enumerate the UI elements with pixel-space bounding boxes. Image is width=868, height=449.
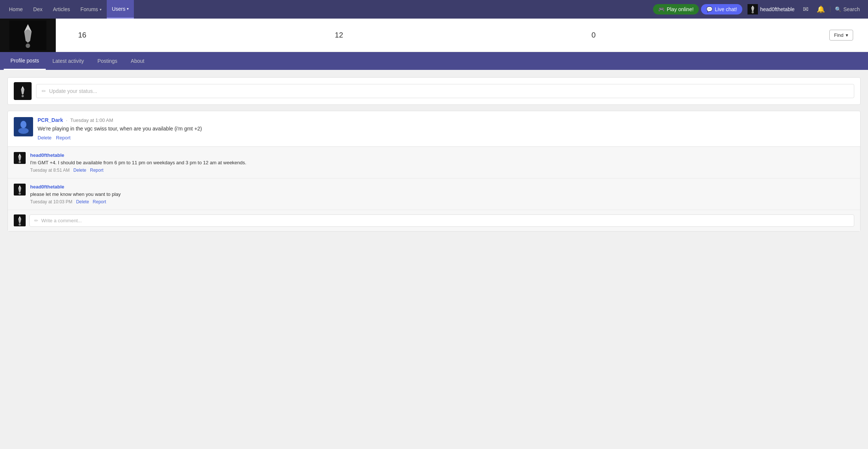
tab-latest-activity[interactable]: Latest activity bbox=[46, 52, 91, 70]
tab-postings[interactable]: Postings bbox=[91, 52, 124, 70]
nav-users[interactable]: Users ▾ bbox=[107, 0, 134, 19]
profile-header-image: 16 12 0 Find ▾ bbox=[0, 19, 868, 52]
nav-articles[interactable]: Articles bbox=[48, 0, 75, 19]
comment-input[interactable]: ✏ Write a comment... bbox=[29, 214, 854, 227]
post-card: PCR_Dark · Tuesday at 1:00 AM We're play… bbox=[7, 111, 861, 232]
reply-2-delete[interactable]: Delete bbox=[76, 199, 89, 204]
reply-item-2: head0fthetable please let me know when y… bbox=[8, 178, 860, 210]
reply-item-1: head0fthetable I'm GMT +4. I should be a… bbox=[8, 147, 860, 178]
stat-2: 12 bbox=[320, 31, 358, 39]
profile-banner-image bbox=[0, 19, 56, 52]
pencil-icon: ✏ bbox=[42, 88, 46, 94]
reply-1-text: I'm GMT +4. I should be available from 6… bbox=[30, 159, 854, 166]
stat-1: 16 bbox=[63, 31, 101, 39]
discord-icon: 💬 bbox=[706, 6, 713, 12]
tab-profile-posts[interactable]: Profile posts bbox=[4, 52, 46, 70]
find-dropdown-arrow: ▾ bbox=[846, 32, 848, 38]
reply-2-avatar bbox=[14, 184, 26, 196]
users-dropdown-arrow: ▾ bbox=[127, 7, 129, 11]
search-button[interactable]: 🔍 Search bbox=[830, 6, 864, 12]
svg-point-15 bbox=[19, 223, 21, 226]
reply-1-delete[interactable]: Delete bbox=[73, 168, 86, 173]
post-delete-link[interactable]: Delete bbox=[38, 135, 52, 140]
svg-point-13 bbox=[19, 193, 21, 195]
reply-2-meta: Tuesday at 10:03 PM Delete Report bbox=[30, 199, 854, 204]
nav-forums[interactable]: Forums ▾ bbox=[75, 0, 106, 19]
post-text: We're playing in the vgc swiss tour, whe… bbox=[38, 125, 854, 133]
reply-2-timestamp: Tuesday at 10:03 PM bbox=[30, 199, 73, 204]
messages-icon[interactable]: ✉ bbox=[800, 5, 811, 13]
post-actions: Delete Report bbox=[38, 135, 854, 140]
notifications-icon[interactable]: 🔔 bbox=[814, 5, 828, 13]
nav-right: 🎮 Play online! 💬 Live chat! head0fthetab… bbox=[653, 4, 864, 14]
reply-1-avatar bbox=[14, 152, 26, 164]
svg-point-3 bbox=[26, 43, 30, 48]
post-timestamp: · bbox=[66, 117, 67, 123]
search-icon: 🔍 bbox=[835, 6, 841, 12]
post-author-avatar[interactable] bbox=[14, 117, 33, 136]
current-user-avatar bbox=[14, 82, 32, 100]
svg-point-1 bbox=[752, 11, 754, 13]
reply-1-timestamp: Tuesday at 8:51 AM bbox=[30, 168, 70, 173]
reply-2-body: head0fthetable please let me know when y… bbox=[30, 184, 854, 204]
post-body: PCR_Dark · Tuesday at 1:00 AM We're play… bbox=[38, 117, 854, 140]
reply-1-meta: Tuesday at 8:51 AM Delete Report bbox=[30, 168, 854, 173]
nav-user-menu[interactable]: head0fthetable bbox=[745, 4, 798, 14]
comment-pencil-icon: ✏ bbox=[34, 218, 38, 223]
nav-home[interactable]: Home bbox=[4, 0, 28, 19]
reply-1-report[interactable]: Report bbox=[90, 168, 103, 173]
play-online-button[interactable]: 🎮 Play online! bbox=[653, 4, 699, 14]
play-icon: 🎮 bbox=[658, 6, 665, 12]
post-header: PCR_Dark · Tuesday at 1:00 AM We're play… bbox=[8, 111, 860, 146]
live-chat-button[interactable]: 💬 Live chat! bbox=[701, 4, 742, 14]
nav-user-avatar bbox=[748, 4, 758, 14]
reply-1-body: head0fthetable I'm GMT +4. I should be a… bbox=[30, 152, 854, 173]
reply-2-text: please let me know when you want to play bbox=[30, 191, 854, 198]
reply-2-report[interactable]: Report bbox=[93, 199, 106, 204]
post-report-link[interactable]: Report bbox=[56, 135, 71, 140]
tab-bar: Profile posts Latest activity Postings A… bbox=[0, 52, 868, 70]
svg-point-5 bbox=[22, 95, 24, 97]
reply-1-author[interactable]: head0fthetable bbox=[30, 152, 64, 158]
top-nav: Home Dex Articles Forums ▾ Users ▾ 🎮 Pla… bbox=[0, 0, 868, 19]
stats-bar: 16 12 0 Find ▾ bbox=[56, 19, 868, 52]
post-time: Tuesday at 1:00 AM bbox=[70, 117, 113, 123]
find-button[interactable]: Find ▾ bbox=[829, 30, 853, 41]
write-comment-row: ✏ Write a comment... bbox=[8, 210, 860, 231]
nav-username: head0fthetable bbox=[760, 6, 795, 12]
tab-about[interactable]: About bbox=[124, 52, 151, 70]
reply-section: head0fthetable I'm GMT +4. I should be a… bbox=[8, 146, 860, 231]
main-content: ✏ Update your status... PCR_Dark · Tuesd… bbox=[0, 70, 868, 330]
reply-2-author[interactable]: head0fthetable bbox=[30, 184, 64, 190]
status-input[interactable]: ✏ Update your status... bbox=[36, 84, 854, 98]
svg-point-9 bbox=[18, 128, 29, 134]
nav-dex[interactable]: Dex bbox=[28, 0, 48, 19]
svg-point-7 bbox=[20, 121, 26, 128]
post-author-name[interactable]: PCR_Dark bbox=[38, 117, 63, 123]
svg-point-11 bbox=[19, 161, 21, 163]
forums-dropdown-arrow: ▾ bbox=[100, 7, 102, 12]
comment-user-avatar bbox=[14, 214, 26, 226]
stat-3: 0 bbox=[577, 31, 611, 39]
status-update-box: ✏ Update your status... bbox=[7, 77, 861, 105]
